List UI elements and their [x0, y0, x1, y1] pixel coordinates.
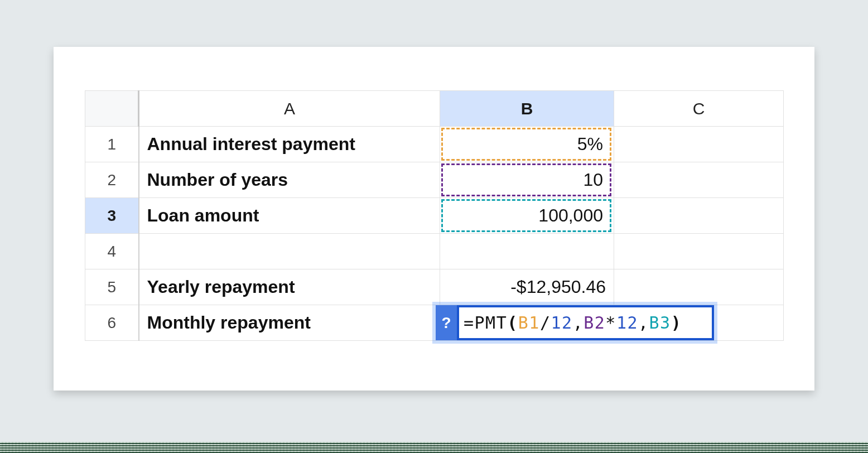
row-4: 4 [85, 234, 784, 269]
select-all-corner[interactable] [85, 91, 139, 127]
cell-C3[interactable] [614, 198, 784, 234]
cell-A4[interactable] [139, 234, 440, 269]
cell-B3-value: 100,000 [538, 205, 603, 226]
viewport: A B C 1 Annual interest payment 5% [0, 0, 868, 453]
row-header-3[interactable]: 3 [85, 198, 139, 234]
row-1: 1 Annual interest payment 5% [85, 127, 784, 162]
formula-ref-highlight-B1: 5% [441, 128, 611, 161]
cell-C6[interactable] [614, 305, 784, 341]
column-header-A[interactable]: A [139, 91, 440, 127]
cell-B2-value: 10 [583, 170, 603, 190]
formula-token-lparen: ( [507, 313, 518, 332]
cell-A5[interactable]: Yearly repayment [139, 269, 440, 305]
cell-A1[interactable]: Annual interest payment [139, 127, 440, 162]
formula-token-B2: B2 [584, 313, 605, 332]
row-5: 5 Yearly repayment -$12,950.46 [85, 269, 784, 305]
cell-C4[interactable] [614, 234, 784, 269]
formula-help-button[interactable]: ? [436, 305, 457, 340]
cell-B4[interactable] [440, 234, 614, 269]
cell-C2[interactable] [614, 162, 784, 198]
cell-B1-value: 5% [577, 134, 603, 155]
spreadsheet-grid: A B C 1 Annual interest payment 5% [85, 90, 784, 341]
formula-token-slash: / [540, 313, 551, 332]
cell-A2[interactable]: Number of years [139, 162, 440, 198]
row-header-1[interactable]: 1 [85, 127, 139, 162]
formula-token-fn: PMT [475, 313, 508, 332]
formula-ref-highlight-B2: 10 [441, 163, 611, 196]
formula-token-B1: B1 [518, 313, 540, 332]
column-header-row: A B C [85, 91, 784, 127]
spreadsheet-grid-wrap: A B C 1 Annual interest payment 5% [85, 90, 783, 341]
cell-B3[interactable]: 100,000 [440, 198, 614, 234]
cell-B5[interactable]: -$12,950.46 [440, 269, 614, 305]
formula-token-12a: 12 [551, 313, 573, 332]
row-6: 6 Monthly repayment ? =PMT(B1/12,B2*12,B… [85, 305, 784, 341]
cell-B6[interactable]: ? =PMT(B1/12,B2*12,B3) [440, 305, 614, 341]
row-header-4[interactable]: 4 [85, 234, 139, 269]
cell-A6[interactable]: Monthly repayment [139, 305, 440, 341]
cell-B2[interactable]: 10 [440, 162, 614, 198]
cell-C5[interactable] [614, 269, 784, 305]
cell-B1[interactable]: 5% [440, 127, 614, 162]
cell-A3[interactable]: Loan amount [139, 198, 440, 234]
column-header-B[interactable]: B [440, 91, 614, 127]
row-header-6[interactable]: 6 [85, 305, 139, 341]
column-header-C[interactable]: C [614, 91, 784, 127]
formula-ref-highlight-B3: 100,000 [441, 199, 611, 232]
row-3: 3 Loan amount 100,000 [85, 198, 784, 234]
cell-C1[interactable] [614, 127, 784, 162]
row-header-2[interactable]: 2 [85, 162, 139, 198]
decorative-footer-stripe [0, 442, 868, 453]
formula-token-eq: = [464, 313, 475, 332]
formula-token-comma1: , [573, 313, 584, 332]
row-2: 2 Number of years 10 [85, 162, 784, 198]
row-header-5[interactable]: 5 [85, 269, 139, 305]
spreadsheet-card: A B C 1 Annual interest payment 5% [54, 47, 814, 391]
